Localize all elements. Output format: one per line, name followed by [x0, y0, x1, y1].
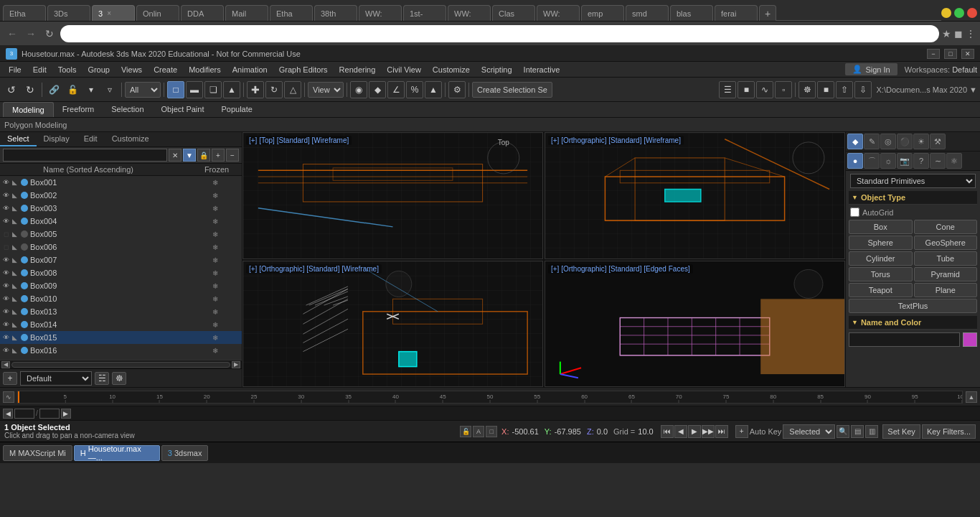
- obj-eye-icon[interactable]: 👁: [1, 333, 10, 342]
- obj-render-icon[interactable]: ◣: [10, 281, 19, 290]
- move-button[interactable]: ✚: [247, 81, 264, 98]
- browser-tab-tab3[interactable]: 3×: [92, 5, 135, 21]
- obj-eye-icon[interactable]: 👁: [1, 307, 10, 316]
- browser-tab-3ds[interactable]: 3Ds: [47, 5, 90, 21]
- obj-eye-icon[interactable]: 👁: [1, 178, 10, 187]
- object-type-geosphere-button[interactable]: GeoSphere: [914, 236, 978, 250]
- object-type-torus-button[interactable]: Torus: [849, 267, 913, 281]
- spinner-snap-button[interactable]: ▲: [425, 81, 442, 98]
- obj-render-icon[interactable]: ◣: [10, 346, 19, 355]
- search-input[interactable]: [3, 149, 167, 162]
- viewport-top[interactable]: [+] [Top] [Standard] [Wireframe] Top: [242, 132, 543, 259]
- menu-item-graph-editors[interactable]: Graph Editors: [273, 64, 334, 75]
- obj-render-icon[interactable]: ◣: [10, 320, 19, 329]
- menu-item-edit[interactable]: Edit: [27, 64, 52, 75]
- select-object-button[interactable]: □: [167, 81, 184, 98]
- material-editor-button[interactable]: ■: [738, 81, 755, 98]
- list-item[interactable]: 👁 ◣ Box004 ❄: [0, 215, 242, 228]
- total-frames-input[interactable]: 100: [39, 409, 60, 419]
- child-button[interactable]: ⇩: [854, 81, 872, 98]
- obj-eye-icon[interactable]: 👁: [1, 269, 10, 277]
- obj-eye-icon[interactable]: 👁: [1, 346, 10, 355]
- timeline-ruler[interactable]: 0510152025303540455055606570758085909510…: [17, 391, 963, 404]
- curve-editor-button[interactable]: ∿: [756, 81, 773, 98]
- rotate-button[interactable]: ↻: [265, 81, 283, 98]
- object-type-tube-button[interactable]: Tube: [914, 251, 978, 266]
- link-button[interactable]: 🔗: [45, 81, 62, 98]
- back-button[interactable]: ←: [4, 26, 20, 42]
- obj-eye-icon[interactable]: 👁: [1, 217, 10, 225]
- list-item[interactable]: 👁 ◣ Box009 ❄: [0, 279, 242, 292]
- taskbar-item-3dsmax[interactable]: 3 3dsmax: [161, 445, 209, 461]
- menu-item-scripting[interactable]: Scripting: [476, 64, 518, 75]
- menu-item-rendering[interactable]: Rendering: [334, 64, 382, 75]
- percent-snap-button[interactable]: %: [406, 81, 423, 98]
- list-item[interactable]: 👁 ◣ Box002 ❄: [0, 189, 242, 202]
- properties-button[interactable]: ■: [817, 81, 834, 98]
- obj-render-icon[interactable]: ◣: [10, 269, 19, 277]
- obj-eye-icon[interactable]: 👁: [1, 281, 10, 290]
- next-key-button[interactable]: ▶▶: [702, 425, 715, 438]
- modify-panel-icon[interactable]: ✎: [864, 134, 880, 149]
- create-selection-button[interactable]: Create Selection Se: [472, 82, 552, 98]
- scroll-right-button[interactable]: ▶: [232, 361, 240, 368]
- angle-snap-button[interactable]: ∠: [387, 81, 405, 98]
- name-column-header[interactable]: Name (Sorted Ascending): [0, 165, 192, 174]
- go-to-end-button[interactable]: ⏭: [715, 425, 728, 438]
- ribbon-tab-populate[interactable]: Populate: [212, 102, 260, 117]
- viewport-perspective[interactable]: [+] [Orthographic] [Standard] [Edged Fac…: [545, 261, 845, 388]
- refresh-button[interactable]: ↻: [42, 26, 57, 42]
- layer-icon-button[interactable]: ☸: [112, 372, 126, 385]
- menu-item-civil-view[interactable]: Civil View: [381, 64, 426, 75]
- obj-render-icon[interactable]: ◣: [10, 333, 19, 342]
- tab-close-icon[interactable]: ×: [107, 9, 111, 17]
- mini-tools-1[interactable]: ▤: [851, 425, 864, 438]
- customize-tab[interactable]: Customize: [105, 132, 156, 146]
- transform-center-button[interactable]: ◉: [350, 81, 367, 98]
- obj-render-icon[interactable]: ◣: [10, 204, 19, 213]
- obj-render-icon[interactable]: ◣: [10, 178, 19, 187]
- mini-tools-2[interactable]: ▥: [865, 425, 878, 438]
- helpers-icon[interactable]: ?: [913, 153, 929, 169]
- menu-item-file[interactable]: File: [3, 64, 27, 75]
- browser-tab-emp[interactable]: emp: [581, 5, 624, 21]
- object-type-cone-button[interactable]: Cone: [914, 220, 978, 234]
- menu-item-views[interactable]: Views: [116, 64, 148, 75]
- url-bar[interactable]: wcpss-phoenix.cameyo.net/#app.html?appNa…: [60, 25, 939, 42]
- mini-curve-editor-button[interactable]: ∿: [3, 391, 14, 403]
- object-color-swatch[interactable]: [963, 332, 977, 347]
- bookmark-button[interactable]: ★: [942, 28, 951, 39]
- obj-render-icon[interactable]: ◣: [10, 191, 19, 200]
- object-type-pyramid-button[interactable]: Pyramid: [914, 267, 978, 281]
- select-tab[interactable]: Select: [0, 132, 37, 146]
- transform-type-in-icon[interactable]: □: [486, 426, 497, 437]
- edit-tab[interactable]: Edit: [77, 132, 105, 146]
- object-type-sphere-button[interactable]: Sphere: [849, 236, 913, 250]
- app-minimize-button[interactable]: −: [927, 49, 940, 59]
- list-item[interactable]: ◻ ◣ Box006 ❄: [0, 241, 242, 253]
- browser-tab-smd[interactable]: smd: [626, 5, 669, 21]
- list-item[interactable]: 👁 ◣ Box001 ❄: [0, 176, 242, 189]
- browser-tab-1st[interactable]: 1st-: [403, 5, 446, 21]
- list-item[interactable]: 👁 ◣ Box003 ❄: [0, 202, 242, 215]
- current-frame-input[interactable]: 0: [14, 409, 34, 419]
- obj-eye-icon[interactable]: 👁: [1, 191, 10, 200]
- obj-eye-icon[interactable]: 👁: [1, 256, 10, 264]
- prev-key-button[interactable]: ◀: [674, 425, 687, 438]
- menu-item-animation[interactable]: Animation: [227, 64, 273, 75]
- ribbon-tab-modeling[interactable]: Modeling: [3, 102, 54, 117]
- ribbon-tab-selection[interactable]: Selection: [103, 102, 152, 117]
- add-key-button[interactable]: +: [735, 425, 748, 438]
- browser-tab-mail[interactable]: Mail: [225, 5, 268, 21]
- parent-button[interactable]: ⇧: [836, 81, 853, 98]
- browser-tab-dda[interactable]: DDA: [181, 5, 224, 21]
- spacewarps-icon[interactable]: ∼: [930, 153, 946, 169]
- cameras-icon[interactable]: 📷: [897, 153, 913, 169]
- browser-tab-blas[interactable]: blas: [670, 5, 713, 21]
- viewport-ortho-left[interactable]: [+] [Orthographic] [Standard] [Wireframe…: [242, 261, 543, 388]
- sign-in-button[interactable]: 👤 Sign In: [845, 63, 897, 75]
- browser-tab-etha1[interactable]: Etha: [3, 5, 46, 21]
- obj-render-icon[interactable]: ◣: [10, 230, 19, 238]
- browser-tab-onlin[interactable]: Onlin: [136, 5, 179, 21]
- browser-tab-ferai[interactable]: ferai: [715, 5, 758, 21]
